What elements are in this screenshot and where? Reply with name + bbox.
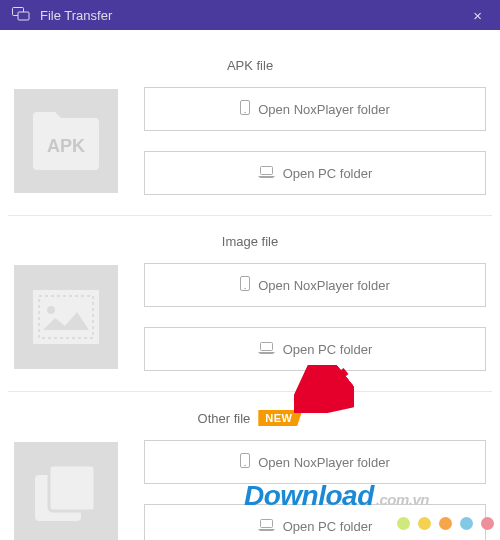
svg-rect-5 (260, 166, 272, 174)
new-badge: NEW (258, 410, 302, 426)
svg-point-15 (244, 465, 246, 467)
open-noxplayer-folder-button[interactable]: Open NoxPlayer folder (144, 263, 486, 307)
buttons-other: Open NoxPlayer folder Open PC folder (144, 440, 486, 540)
section-body: Open NoxPlayer folder Open PC folder (8, 440, 492, 540)
buttons-apk: Open NoxPlayer folder Open PC folder (144, 87, 486, 195)
phone-icon (240, 100, 250, 118)
svg-rect-1 (18, 12, 29, 20)
close-button[interactable]: × (467, 5, 488, 26)
section-body: Open NoxPlayer folder Open PC folder (8, 263, 492, 371)
section-apk: APK file APK Open NoxPlayer folder (8, 40, 492, 216)
section-header-image: Image file (8, 234, 492, 249)
svg-rect-13 (49, 465, 95, 511)
section-title: Other file (198, 411, 251, 426)
section-header-apk: APK file (8, 58, 492, 73)
apk-icon: APK (14, 89, 118, 193)
svg-text:APK: APK (47, 136, 85, 156)
section-title: APK file (227, 58, 273, 73)
section-other: Other file NEW Open NoxPlayer folder (8, 392, 492, 540)
svg-rect-6 (33, 290, 99, 344)
other-file-icon (14, 442, 118, 540)
window-title: File Transfer (40, 8, 112, 23)
open-pc-folder-button[interactable]: Open PC folder (144, 327, 486, 371)
svg-point-4 (244, 112, 246, 114)
transfer-icon (12, 7, 30, 24)
svg-rect-16 (260, 519, 272, 527)
section-title: Image file (222, 234, 278, 249)
section-header-other: Other file NEW (8, 410, 492, 426)
laptop-icon (258, 519, 275, 534)
button-label: Open NoxPlayer folder (258, 102, 390, 117)
svg-rect-11 (260, 342, 272, 350)
window-titlebar: File Transfer × (0, 0, 500, 30)
titlebar-left: File Transfer (12, 7, 112, 24)
section-body: APK Open NoxPlayer folder Open PC folder (8, 87, 492, 195)
open-pc-folder-button[interactable]: Open PC folder (144, 151, 486, 195)
phone-icon (240, 453, 250, 471)
svg-point-10 (244, 288, 246, 290)
buttons-image: Open NoxPlayer folder Open PC folder (144, 263, 486, 371)
button-label: Open PC folder (283, 166, 373, 181)
open-pc-folder-button[interactable]: Open PC folder (144, 504, 486, 540)
open-noxplayer-folder-button[interactable]: Open NoxPlayer folder (144, 440, 486, 484)
button-label: Open NoxPlayer folder (258, 278, 390, 293)
laptop-icon (258, 342, 275, 357)
image-icon (14, 265, 118, 369)
laptop-icon (258, 166, 275, 181)
button-label: Open PC folder (283, 519, 373, 534)
button-label: Open PC folder (283, 342, 373, 357)
section-image: Image file Open NoxPlayer folder (8, 216, 492, 392)
svg-point-8 (47, 306, 55, 314)
content-area: APK file APK Open NoxPlayer folder (0, 30, 500, 540)
button-label: Open NoxPlayer folder (258, 455, 390, 470)
phone-icon (240, 276, 250, 294)
open-noxplayer-folder-button[interactable]: Open NoxPlayer folder (144, 87, 486, 131)
